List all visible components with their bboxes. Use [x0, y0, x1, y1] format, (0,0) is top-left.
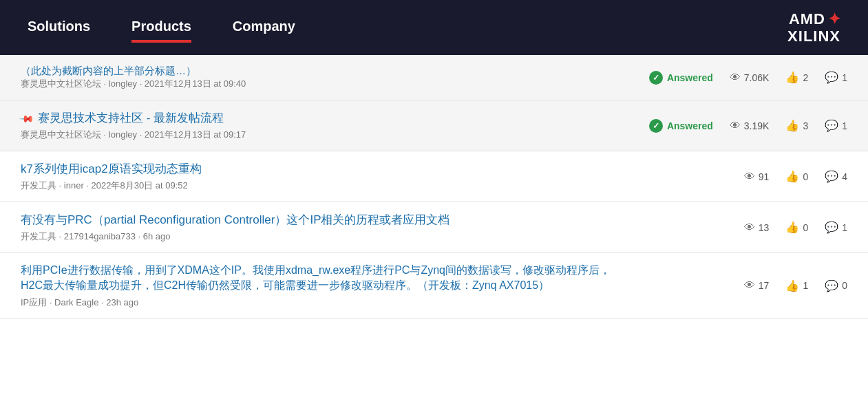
- forum-item-meta-2: 开发工具 · inner · 2022年8月30日 at 09:52: [21, 180, 730, 192]
- answered-label-0: Answered: [667, 72, 713, 83]
- comment-icon-2: 💬: [825, 170, 838, 183]
- comments-value-0: 1: [842, 72, 847, 83]
- logo-xilinx-text: XILINX: [787, 28, 840, 45]
- answered-icon-1: ✓: [649, 119, 663, 133]
- thumbsup-icon-1: 👍: [785, 119, 799, 132]
- forum-item-left-truncated: （此处为截断内容的上半部分标题…） 赛灵思中文社区论坛 · longley · …: [21, 65, 635, 90]
- likes-value-0: 2: [803, 72, 808, 83]
- comments-stat-4: 💬 0: [825, 279, 847, 292]
- forum-item-title-text-4b[interactable]: H2C最大传输量成功提升，但C2H传输仍然受限，可能需要进一步修改驱动程序。（开…: [21, 279, 549, 291]
- forum-item-right-1: ✓ Answered 👁 3.19K 👍 3 💬 1: [649, 119, 847, 133]
- forum-item-meta-4: IP应用 · Dark Eagle · 23h ago: [21, 296, 730, 309]
- comments-value-1: 1: [842, 120, 847, 131]
- forum-item-right-3: 👁 13 👍 0 💬 1: [744, 221, 847, 234]
- navbar: Solutions Products Company AMD ✦ XILINX: [0, 0, 868, 55]
- forum-item-1: 📌 赛灵思技术支持社区 - 最新发帖流程 赛灵思中文社区论坛 · longley…: [0, 100, 868, 151]
- comments-stat-1: 💬 1: [825, 119, 847, 132]
- eye-icon-2: 👁: [744, 171, 755, 183]
- comments-stat-0: 💬 1: [825, 71, 847, 84]
- forum-item-meta-1: 赛灵思中文社区论坛 · longley · 2021年12月13日 at 09:…: [21, 129, 635, 141]
- eye-icon-4: 👁: [744, 279, 755, 292]
- forum-item-title-text-1[interactable]: 赛灵思技术支持社区 - 最新发帖流程: [38, 110, 224, 126]
- logo-amd-symbol: ✦: [828, 10, 840, 28]
- answered-icon-0: ✓: [649, 71, 663, 85]
- likes-stat-3: 👍 0: [785, 221, 808, 234]
- likes-value-4: 1: [803, 280, 808, 291]
- forum-item-right-0: ✓ Answered 👁 7.06K 👍 2 💬 1: [649, 71, 847, 85]
- likes-stat-0: 👍 2: [785, 71, 808, 84]
- thumbsup-icon-4: 👍: [785, 279, 799, 292]
- views-value-4: 17: [759, 280, 770, 291]
- comment-icon-3: 💬: [825, 221, 838, 234]
- eye-icon-0: 👁: [730, 72, 741, 84]
- comments-value-3: 1: [842, 222, 847, 233]
- views-value-2: 91: [759, 171, 770, 182]
- forum-item-title-text-4a[interactable]: 利用PCIe进行数据传输，用到了XDMA这个IP。我使用xdma_rw.exe程…: [21, 264, 611, 276]
- views-stat-3: 👁 13: [744, 222, 770, 234]
- forum-item-title-text-2[interactable]: k7系列使用icap2原语实现动态重构: [21, 161, 202, 177]
- forum-item-right-2: 👁 91 👍 0 💬 4: [744, 170, 847, 183]
- forum-item-left-1: 📌 赛灵思技术支持社区 - 最新发帖流程 赛灵思中文社区论坛 · longley…: [21, 110, 635, 141]
- eye-icon-1: 👁: [730, 120, 741, 132]
- nav-links: Solutions Products Company: [28, 19, 295, 37]
- views-stat-2: 👁 91: [744, 171, 770, 183]
- forum-item-title-3[interactable]: 有没有与PRC（partial Reconfiguration Controll…: [21, 212, 730, 228]
- views-value-0: 7.06K: [744, 72, 770, 83]
- forum-item-title-text-3[interactable]: 有没有与PRC（partial Reconfiguration Controll…: [21, 212, 449, 228]
- answered-badge-1: ✓ Answered: [649, 119, 713, 133]
- nav-solutions[interactable]: Solutions: [28, 19, 90, 37]
- likes-value-2: 0: [803, 171, 808, 182]
- forum-item-right-4: 👁 17 👍 1 💬 0: [744, 279, 847, 292]
- views-stat-0: 👁 7.06K: [730, 72, 770, 84]
- views-stat-4: 👁 17: [744, 279, 770, 292]
- likes-value-1: 3: [803, 120, 808, 131]
- answered-label-1: Answered: [667, 120, 713, 131]
- forum-item-left-3: 有没有与PRC（partial Reconfiguration Controll…: [21, 212, 730, 243]
- forum-item-meta-3: 开发工具 · 217914ganiba733 · 6h ago: [21, 230, 730, 243]
- thumbsup-icon-3: 👍: [785, 221, 799, 234]
- likes-stat-4: 👍 1: [785, 279, 808, 292]
- logo-amd-text: AMD: [789, 11, 825, 28]
- amd-xilinx-logo: AMD ✦ XILINX: [787, 10, 840, 45]
- views-stat-1: 👁 3.19K: [730, 120, 770, 132]
- forum-item-left-4: 利用PCIe进行数据传输，用到了XDMA这个IP。我使用xdma_rw.exe程…: [21, 263, 730, 309]
- comments-stat-2: 💬 4: [825, 170, 847, 183]
- likes-value-3: 0: [803, 222, 808, 233]
- forum-item-title-truncated[interactable]: （此处为截断内容的上半部分标题…）: [21, 65, 461, 78]
- forum-item-title-4[interactable]: 利用PCIe进行数据传输，用到了XDMA这个IP。我使用xdma_rw.exe程…: [21, 263, 730, 294]
- nav-company[interactable]: Company: [233, 19, 295, 37]
- forum-item-truncated: （此处为截断内容的上半部分标题…） 赛灵思中文社区论坛 · longley · …: [0, 55, 868, 100]
- thumbsup-icon-2: 👍: [785, 170, 799, 183]
- forum-item-3: 有没有与PRC（partial Reconfiguration Controll…: [0, 202, 868, 253]
- nav-products[interactable]: Products: [131, 19, 191, 37]
- thumbsup-icon-0: 👍: [785, 71, 799, 84]
- likes-stat-2: 👍 0: [785, 170, 808, 183]
- pin-icon-1: 📌: [19, 110, 34, 126]
- eye-icon-3: 👁: [744, 222, 755, 234]
- forum-item-left-2: k7系列使用icap2原语实现动态重构 开发工具 · inner · 2022年…: [21, 161, 730, 192]
- views-value-3: 13: [759, 222, 770, 233]
- comments-stat-3: 💬 1: [825, 221, 847, 234]
- forum-content: （此处为截断内容的上半部分标题…） 赛灵思中文社区论坛 · longley · …: [0, 55, 868, 319]
- forum-item-title-1[interactable]: 📌 赛灵思技术支持社区 - 最新发帖流程: [21, 110, 635, 126]
- comments-value-2: 4: [842, 171, 847, 182]
- forum-item-2: k7系列使用icap2原语实现动态重构 开发工具 · inner · 2022年…: [0, 151, 868, 202]
- views-value-1: 3.19K: [744, 120, 770, 131]
- forum-item-meta-0: 赛灵思中文社区论坛 · longley · 2021年12月13日 at 09:…: [21, 78, 635, 90]
- likes-stat-1: 👍 3: [785, 119, 808, 132]
- comment-icon-0: 💬: [825, 71, 838, 84]
- comment-icon-4: 💬: [825, 279, 838, 292]
- forum-item-title-2[interactable]: k7系列使用icap2原语实现动态重构: [21, 161, 730, 177]
- comments-value-4: 0: [842, 280, 847, 291]
- answered-badge-0: ✓ Answered: [649, 71, 713, 85]
- comment-icon-1: 💬: [825, 119, 838, 132]
- forum-item-4: 利用PCIe进行数据传输，用到了XDMA这个IP。我使用xdma_rw.exe程…: [0, 253, 868, 319]
